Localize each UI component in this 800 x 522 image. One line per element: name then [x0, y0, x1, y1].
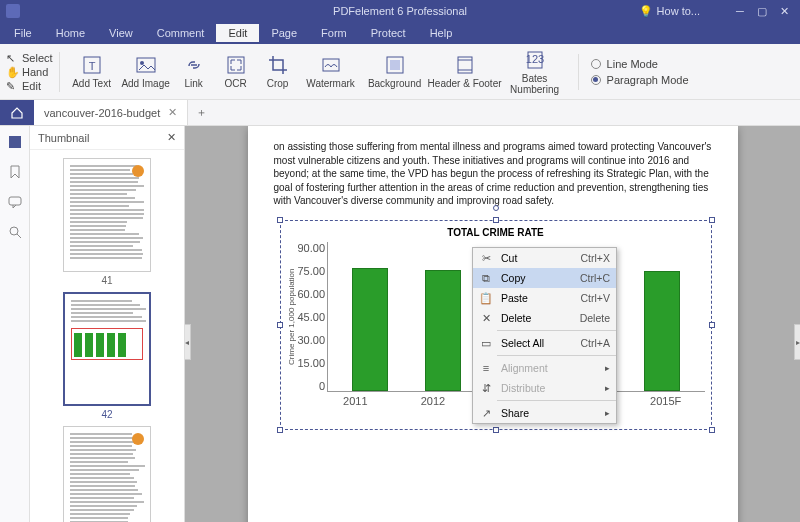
- bates-icon: 123: [524, 49, 546, 71]
- resize-handle[interactable]: [277, 217, 283, 223]
- svg-point-15: [10, 227, 18, 235]
- menu-file[interactable]: File: [2, 24, 44, 42]
- menu-help[interactable]: Help: [418, 24, 465, 42]
- how-to-label: How to...: [657, 5, 700, 17]
- resize-handle[interactable]: [493, 427, 499, 433]
- thumbnail-title: Thumbnail: [38, 132, 89, 144]
- chart-yticks: 90.0075.0060.0045.0030.0015.000: [296, 242, 328, 392]
- resize-handle[interactable]: [493, 217, 499, 223]
- ctx-delete[interactable]: ✕DeleteDelete: [473, 308, 616, 328]
- maximize-button[interactable]: ▢: [752, 3, 772, 19]
- distribute-icon: ⇵: [479, 382, 493, 395]
- cursor-icon: ↖: [6, 52, 18, 64]
- annotation-rail-button[interactable]: [7, 194, 23, 210]
- hand-icon: ✋: [6, 66, 18, 78]
- menu-bar: FileHomeViewCommentEditPageFormProtectHe…: [0, 22, 800, 44]
- bulb-icon: 💡: [639, 5, 653, 18]
- svg-point-3: [140, 61, 144, 65]
- context-menu: ✂CutCtrl+X⧉CopyCtrl+C📋PasteCtrl+V✕Delete…: [472, 247, 617, 424]
- close-button[interactable]: ✕: [774, 3, 794, 19]
- title-bar: PDFelement 6 Professional 💡 How to... ─ …: [0, 0, 800, 22]
- line-mode-radio[interactable]: Line Mode: [591, 58, 689, 70]
- paragraph-mode-radio[interactable]: Paragraph Mode: [591, 74, 689, 86]
- background-icon: [384, 54, 406, 76]
- tab-close-icon[interactable]: ✕: [168, 106, 177, 119]
- bates-button[interactable]: 123Bates Numbering: [504, 47, 566, 97]
- ocr-button[interactable]: OCR: [216, 47, 256, 97]
- add-text-button[interactable]: TAdd Text: [66, 47, 118, 97]
- text-icon: T: [81, 54, 103, 76]
- svg-rect-14: [9, 197, 21, 205]
- watermark-button[interactable]: Watermark: [300, 47, 362, 97]
- ctx-select-all[interactable]: ▭Select AllCtrl+A: [473, 333, 616, 353]
- home-tab[interactable]: [0, 100, 34, 125]
- crop-icon: [267, 54, 289, 76]
- rotate-handle[interactable]: [493, 205, 499, 211]
- select-all-icon: ▭: [479, 337, 493, 350]
- chevron-right-icon: ▸: [605, 408, 610, 418]
- edit-tool[interactable]: ✎Edit: [6, 80, 53, 92]
- resize-handle[interactable]: [277, 427, 283, 433]
- menu-form[interactable]: Form: [309, 24, 359, 42]
- left-rail: [0, 126, 30, 522]
- svg-rect-8: [458, 57, 472, 73]
- svg-rect-5: [323, 59, 339, 71]
- crop-button[interactable]: Crop: [258, 47, 298, 97]
- thumbnail-close-icon[interactable]: ✕: [167, 131, 176, 144]
- thumbnail-page-42[interactable]: 42: [63, 292, 151, 420]
- cut-icon: ✂: [479, 252, 493, 265]
- ctx-cut[interactable]: ✂CutCtrl+X: [473, 248, 616, 268]
- menu-comment[interactable]: Comment: [145, 24, 217, 42]
- chart-bar: [352, 268, 388, 391]
- tab-label: vancouver-2016-budget: [44, 107, 160, 119]
- align-icon: ≡: [479, 362, 493, 374]
- app-logo: [6, 4, 20, 18]
- thumbnail-page-43[interactable]: 43: [63, 426, 151, 522]
- resize-handle[interactable]: [277, 322, 283, 328]
- search-rail-button[interactable]: [7, 224, 23, 240]
- resize-handle[interactable]: [709, 427, 715, 433]
- svg-line-16: [17, 234, 21, 238]
- ctx-copy[interactable]: ⧉CopyCtrl+C: [473, 268, 616, 288]
- chevron-right-icon: ▸: [605, 363, 610, 373]
- radio-icon: [591, 59, 601, 69]
- thumbnail-rail-button[interactable]: [7, 134, 23, 150]
- link-button[interactable]: Link: [174, 47, 214, 97]
- menu-protect[interactable]: Protect: [359, 24, 418, 42]
- svg-text:T: T: [88, 60, 95, 72]
- home-icon: [10, 106, 24, 120]
- menu-edit[interactable]: Edit: [216, 24, 259, 42]
- add-image-button[interactable]: Add Image: [120, 47, 172, 97]
- hand-tool[interactable]: ✋Hand: [6, 66, 53, 78]
- ctx-alignment: ≡Alignment▸: [473, 358, 616, 378]
- chevron-right-icon: ▸: [605, 383, 610, 393]
- work-area: Thumbnail ✕ 414243 ◂ ▸ on assisting thos…: [0, 126, 800, 522]
- chart-title: TOTAL CRIME RATE: [287, 227, 705, 238]
- select-tool[interactable]: ↖Select: [6, 52, 53, 64]
- how-to-button[interactable]: 💡 How to...: [639, 5, 700, 18]
- ctx-paste[interactable]: 📋PasteCtrl+V: [473, 288, 616, 308]
- document-tab[interactable]: vancouver-2016-budget✕: [34, 100, 188, 125]
- radio-icon: [591, 75, 601, 85]
- body-text[interactable]: on assisting those suffering from mental…: [274, 140, 712, 208]
- header-footer-button[interactable]: Header & Footer: [428, 47, 502, 97]
- app-title: PDFelement 6 Professional: [333, 5, 467, 17]
- background-button[interactable]: Background: [364, 47, 426, 97]
- ctx-share[interactable]: ↗Share▸: [473, 403, 616, 423]
- menu-view[interactable]: View: [97, 24, 145, 42]
- resize-handle[interactable]: [709, 322, 715, 328]
- collapse-right-button[interactable]: ▸: [794, 324, 800, 360]
- add-tab-button[interactable]: ＋: [188, 100, 215, 125]
- menu-page[interactable]: Page: [259, 24, 309, 42]
- tab-bar: vancouver-2016-budget✕ ＋: [0, 100, 800, 126]
- bookmark-rail-button[interactable]: [7, 164, 23, 180]
- thumbnail-panel: Thumbnail ✕ 414243: [30, 126, 185, 522]
- pencil-icon: ✎: [6, 80, 18, 92]
- ocr-icon: [225, 54, 247, 76]
- resize-handle[interactable]: [709, 217, 715, 223]
- thumbnail-page-41[interactable]: 41: [63, 158, 151, 286]
- link-icon: [183, 54, 205, 76]
- minimize-button[interactable]: ─: [730, 3, 750, 19]
- collapse-left-button[interactable]: ◂: [185, 324, 191, 360]
- menu-home[interactable]: Home: [44, 24, 97, 42]
